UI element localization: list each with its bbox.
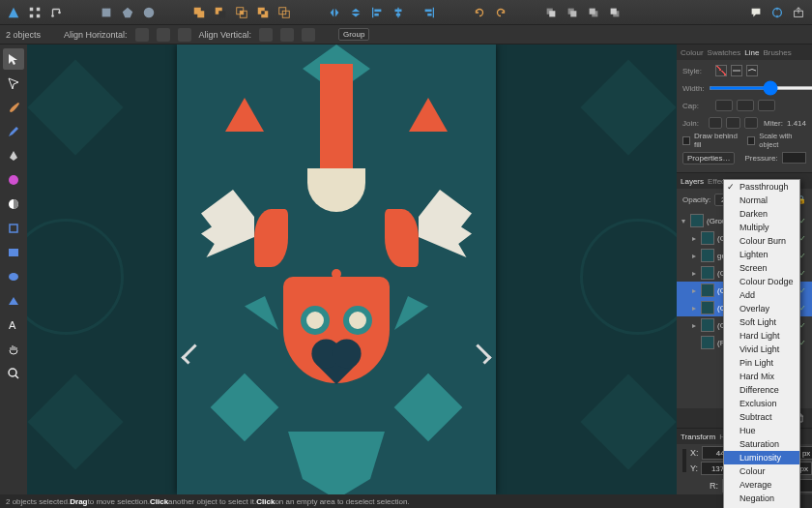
transparency-tool-icon[interactable] bbox=[3, 194, 24, 215]
blend-option[interactable]: Overlay bbox=[724, 302, 799, 315]
ctx-align-bottom-icon[interactable] bbox=[302, 28, 315, 42]
hand-tool-icon[interactable] bbox=[3, 339, 24, 360]
fill-tool-icon[interactable] bbox=[3, 169, 24, 191]
cap-label: Cap: bbox=[682, 102, 711, 110]
svg-rect-44 bbox=[9, 249, 18, 256]
properties-button[interactable]: Properties… bbox=[682, 152, 735, 164]
blend-option[interactable]: Darken bbox=[724, 207, 799, 221]
rotate-ccw-icon[interactable] bbox=[470, 3, 489, 22]
rect-tool-icon[interactable] bbox=[3, 242, 24, 263]
blend-option[interactable]: Passthrough bbox=[724, 180, 799, 194]
rotate-cw-icon[interactable] bbox=[491, 3, 510, 22]
cap-butt-icon[interactable] bbox=[715, 100, 733, 111]
blend-option[interactable]: Saturation bbox=[724, 437, 799, 451]
shape-square-icon[interactable] bbox=[97, 3, 116, 22]
blend-option[interactable]: Exclusion bbox=[724, 397, 799, 410]
ctx-align-right-icon[interactable] bbox=[178, 28, 191, 42]
cap-square-icon[interactable] bbox=[758, 100, 775, 111]
brush-tool-icon[interactable] bbox=[3, 97, 24, 118]
order-backward-icon[interactable] bbox=[563, 3, 582, 22]
order-front-icon[interactable] bbox=[605, 3, 624, 22]
blend-option[interactable]: Colour Dodge bbox=[724, 275, 799, 288]
ctx-align-vcenter-icon[interactable] bbox=[280, 28, 294, 42]
bool-add-icon[interactable] bbox=[189, 3, 209, 22]
ctx-align-hcenter-icon[interactable] bbox=[157, 28, 170, 42]
app-icon bbox=[4, 3, 23, 22]
artboard[interactable] bbox=[177, 45, 496, 494]
style-brush-icon[interactable] bbox=[746, 65, 758, 76]
ctx-align-left-icon[interactable] bbox=[135, 28, 149, 42]
settings-icon[interactable] bbox=[768, 3, 787, 22]
tab-line[interactable]: Line bbox=[744, 48, 759, 57]
blend-option[interactable]: Colour Burn bbox=[724, 234, 799, 248]
shape-pentagon-icon[interactable] bbox=[118, 3, 137, 22]
tab-transform[interactable]: Transform bbox=[681, 433, 715, 441]
tab-brushes[interactable]: Brushes bbox=[763, 48, 791, 57]
chat-icon[interactable] bbox=[746, 3, 766, 22]
cap-round-icon[interactable] bbox=[737, 100, 754, 111]
group-button[interactable]: Group bbox=[338, 28, 369, 41]
blend-option[interactable]: Normal bbox=[724, 194, 799, 207]
align-right-icon[interactable] bbox=[420, 3, 439, 22]
grid-icon[interactable] bbox=[25, 3, 44, 22]
blend-option[interactable]: Hue bbox=[724, 424, 799, 437]
blend-option[interactable]: Multiply bbox=[724, 221, 799, 234]
scale-checkbox[interactable] bbox=[747, 136, 755, 145]
ctx-align-top-icon[interactable] bbox=[259, 28, 273, 42]
pen-tool-icon[interactable] bbox=[3, 145, 24, 166]
flip-h-icon[interactable] bbox=[325, 3, 344, 22]
bool-intersect-icon[interactable] bbox=[232, 3, 251, 22]
order-forward-icon[interactable] bbox=[584, 3, 603, 22]
blend-option[interactable]: Negation bbox=[724, 492, 799, 505]
node-tool-icon[interactable] bbox=[3, 73, 24, 94]
join-bevel-icon[interactable] bbox=[744, 117, 758, 129]
share-icon[interactable] bbox=[789, 3, 808, 22]
bool-divide-icon[interactable] bbox=[275, 3, 294, 22]
blend-option[interactable]: Luminosity bbox=[724, 451, 799, 464]
join-miter-icon[interactable] bbox=[709, 117, 722, 129]
blend-option[interactable]: Subtract bbox=[724, 410, 799, 424]
svg-rect-14 bbox=[240, 11, 244, 15]
join-round-icon[interactable] bbox=[726, 117, 740, 129]
style-solid-icon[interactable] bbox=[731, 65, 742, 76]
tab-layers[interactable]: Layers bbox=[681, 177, 704, 186]
pencil-tool-icon[interactable] bbox=[3, 121, 24, 142]
align-center-icon[interactable] bbox=[389, 3, 408, 22]
bool-xor-icon[interactable] bbox=[253, 3, 273, 22]
shape-circle-icon[interactable] bbox=[139, 3, 159, 22]
flip-v-icon[interactable] bbox=[346, 3, 365, 22]
blend-option[interactable]: Soft Light bbox=[724, 315, 799, 329]
tab-colour[interactable]: Colour bbox=[681, 48, 704, 57]
blend-option[interactable]: Difference bbox=[724, 383, 799, 397]
blend-option[interactable]: Hard Mix bbox=[724, 370, 799, 383]
blend-option[interactable]: Colour bbox=[724, 464, 799, 478]
blend-mode-menu[interactable]: PassthroughNormalDarkenMultiplyColour Bu… bbox=[723, 179, 800, 508]
width-slider[interactable] bbox=[709, 86, 812, 90]
drawbehind-checkbox[interactable] bbox=[682, 136, 690, 145]
style-label: Style: bbox=[682, 67, 711, 75]
miter-value[interactable]: 1.414 bbox=[787, 119, 806, 128]
blend-option[interactable]: Average bbox=[724, 478, 799, 492]
svg-rect-24 bbox=[395, 9, 402, 12]
text-tool-icon[interactable]: A bbox=[3, 314, 24, 336]
blend-option[interactable]: Vivid Light bbox=[724, 343, 799, 356]
move-tool-icon[interactable] bbox=[3, 48, 24, 70]
bool-subtract-icon[interactable] bbox=[211, 3, 230, 22]
branch-icon[interactable] bbox=[46, 3, 66, 22]
style-none-icon[interactable] bbox=[715, 65, 727, 76]
blend-option[interactable]: Screen bbox=[724, 261, 799, 275]
blend-option[interactable]: Add bbox=[724, 288, 799, 302]
align-left-icon[interactable] bbox=[367, 3, 387, 22]
zoom-tool-icon[interactable] bbox=[3, 363, 24, 384]
canvas[interactable] bbox=[27, 45, 677, 494]
blend-option[interactable]: Hard Light bbox=[724, 329, 799, 343]
triangle-tool-icon[interactable] bbox=[3, 290, 24, 312]
tab-swatches[interactable]: Swatches bbox=[708, 48, 741, 57]
blend-option[interactable]: Pin Light bbox=[724, 356, 799, 370]
blend-option[interactable]: Lighten bbox=[724, 248, 799, 261]
order-back-icon[interactable] bbox=[541, 3, 561, 22]
anchor-grid[interactable] bbox=[682, 449, 686, 472]
pressure-curve[interactable] bbox=[782, 152, 806, 164]
crop-tool-icon[interactable] bbox=[3, 218, 24, 239]
ellipse-tool-icon[interactable] bbox=[3, 266, 24, 287]
